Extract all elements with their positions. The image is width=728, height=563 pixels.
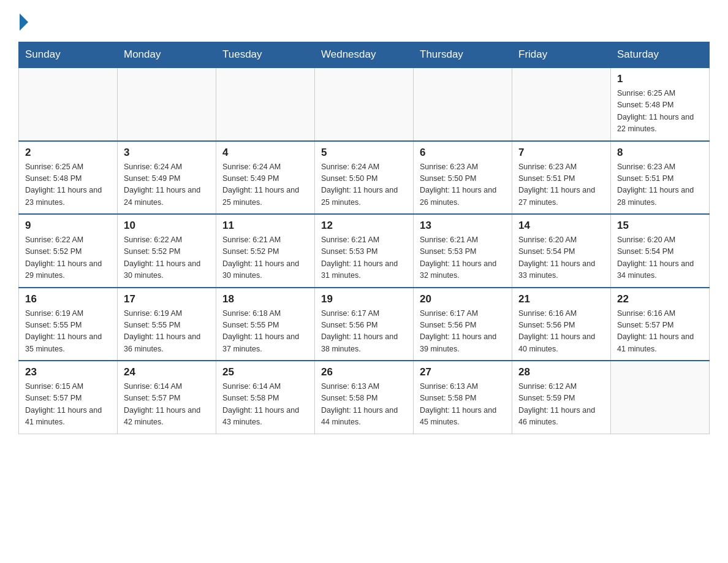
day-number: 18 [222,293,308,305]
calendar-week-row: 16Sunrise: 6:19 AM Sunset: 5:55 PM Dayli… [19,288,710,361]
day-info: Sunrise: 6:12 AM Sunset: 5:59 PM Dayligh… [518,381,604,429]
day-info: Sunrise: 6:19 AM Sunset: 5:55 PM Dayligh… [25,308,111,356]
logo [18,12,28,31]
day-info: Sunrise: 6:25 AM Sunset: 5:48 PM Dayligh… [617,88,703,136]
day-number: 4 [222,147,308,159]
calendar-cell [216,67,315,141]
day-info: Sunrise: 6:23 AM Sunset: 5:51 PM Dayligh… [617,161,703,209]
day-info: Sunrise: 6:17 AM Sunset: 5:56 PM Dayligh… [420,308,506,356]
day-of-week-header: Thursday [414,42,512,68]
calendar-cell [118,67,216,141]
calendar-cell [414,67,512,141]
calendar-cell: 4Sunrise: 6:24 AM Sunset: 5:49 PM Daylig… [216,141,315,215]
calendar-table: SundayMondayTuesdayWednesdayThursdayFrid… [18,42,710,434]
day-number: 16 [25,293,111,305]
calendar-cell: 22Sunrise: 6:16 AM Sunset: 5:57 PM Dayli… [611,288,710,361]
day-info: Sunrise: 6:17 AM Sunset: 5:56 PM Dayligh… [321,308,407,356]
calendar-week-row: 1Sunrise: 6:25 AM Sunset: 5:48 PM Daylig… [19,67,710,141]
day-info: Sunrise: 6:22 AM Sunset: 5:52 PM Dayligh… [124,234,210,282]
day-number: 19 [321,293,407,305]
calendar-cell: 9Sunrise: 6:22 AM Sunset: 5:52 PM Daylig… [19,214,118,288]
calendar-week-row: 2Sunrise: 6:25 AM Sunset: 5:48 PM Daylig… [19,141,710,215]
day-info: Sunrise: 6:19 AM Sunset: 5:55 PM Dayligh… [124,308,210,356]
calendar-cell: 2Sunrise: 6:25 AM Sunset: 5:48 PM Daylig… [19,141,118,215]
day-info: Sunrise: 6:24 AM Sunset: 5:49 PM Dayligh… [222,161,308,209]
calendar-cell: 17Sunrise: 6:19 AM Sunset: 5:55 PM Dayli… [118,288,216,361]
calendar-cell: 11Sunrise: 6:21 AM Sunset: 5:52 PM Dayli… [216,214,315,288]
day-info: Sunrise: 6:18 AM Sunset: 5:55 PM Dayligh… [222,308,308,356]
calendar-cell: 27Sunrise: 6:13 AM Sunset: 5:58 PM Dayli… [414,361,512,434]
day-of-week-header: Saturday [611,42,710,68]
calendar-cell: 28Sunrise: 6:12 AM Sunset: 5:59 PM Dayli… [512,361,611,434]
day-of-week-header: Sunday [19,42,118,68]
day-number: 23 [25,366,111,378]
calendar-cell: 15Sunrise: 6:20 AM Sunset: 5:54 PM Dayli… [611,214,710,288]
calendar-cell: 7Sunrise: 6:23 AM Sunset: 5:51 PM Daylig… [512,141,611,215]
day-number: 2 [25,147,111,159]
day-info: Sunrise: 6:24 AM Sunset: 5:50 PM Dayligh… [321,161,407,209]
day-number: 6 [420,147,506,159]
day-number: 1 [617,73,703,85]
day-info: Sunrise: 6:23 AM Sunset: 5:50 PM Dayligh… [420,161,506,209]
day-info: Sunrise: 6:15 AM Sunset: 5:57 PM Dayligh… [25,381,111,429]
day-of-week-header: Wednesday [315,42,414,68]
day-of-week-header: Monday [118,42,216,68]
page-header [18,12,710,31]
calendar-cell: 23Sunrise: 6:15 AM Sunset: 5:57 PM Dayli… [19,361,118,434]
calendar-cell: 24Sunrise: 6:14 AM Sunset: 5:57 PM Dayli… [118,361,216,434]
calendar-cell: 16Sunrise: 6:19 AM Sunset: 5:55 PM Dayli… [19,288,118,361]
day-of-week-header: Friday [512,42,611,68]
day-info: Sunrise: 6:20 AM Sunset: 5:54 PM Dayligh… [617,234,703,282]
day-number: 5 [321,147,407,159]
day-info: Sunrise: 6:13 AM Sunset: 5:58 PM Dayligh… [321,381,407,429]
calendar-header-row: SundayMondayTuesdayWednesdayThursdayFrid… [19,42,710,68]
calendar-cell: 14Sunrise: 6:20 AM Sunset: 5:54 PM Dayli… [512,214,611,288]
day-number: 27 [420,366,506,378]
day-number: 28 [518,366,604,378]
day-number: 15 [617,220,703,232]
day-info: Sunrise: 6:22 AM Sunset: 5:52 PM Dayligh… [25,234,111,282]
calendar-cell: 21Sunrise: 6:16 AM Sunset: 5:56 PM Dayli… [512,288,611,361]
calendar-cell: 6Sunrise: 6:23 AM Sunset: 5:50 PM Daylig… [414,141,512,215]
day-info: Sunrise: 6:16 AM Sunset: 5:57 PM Dayligh… [617,308,703,356]
day-number: 22 [617,293,703,305]
calendar-cell: 12Sunrise: 6:21 AM Sunset: 5:53 PM Dayli… [315,214,414,288]
calendar-cell: 20Sunrise: 6:17 AM Sunset: 5:56 PM Dayli… [414,288,512,361]
calendar-cell: 26Sunrise: 6:13 AM Sunset: 5:58 PM Dayli… [315,361,414,434]
day-info: Sunrise: 6:16 AM Sunset: 5:56 PM Dayligh… [518,308,604,356]
day-number: 25 [222,366,308,378]
calendar-cell: 18Sunrise: 6:18 AM Sunset: 5:55 PM Dayli… [216,288,315,361]
calendar-cell [315,67,414,141]
day-info: Sunrise: 6:25 AM Sunset: 5:48 PM Dayligh… [25,161,111,209]
calendar-cell: 5Sunrise: 6:24 AM Sunset: 5:50 PM Daylig… [315,141,414,215]
calendar-cell [611,361,710,434]
day-number: 14 [518,220,604,232]
logo-arrow-icon [20,13,28,31]
day-number: 26 [321,366,407,378]
day-number: 3 [124,147,210,159]
day-of-week-header: Tuesday [216,42,315,68]
calendar-cell: 19Sunrise: 6:17 AM Sunset: 5:56 PM Dayli… [315,288,414,361]
calendar-cell: 10Sunrise: 6:22 AM Sunset: 5:52 PM Dayli… [118,214,216,288]
calendar-cell: 25Sunrise: 6:14 AM Sunset: 5:58 PM Dayli… [216,361,315,434]
day-info: Sunrise: 6:21 AM Sunset: 5:53 PM Dayligh… [321,234,407,282]
day-info: Sunrise: 6:20 AM Sunset: 5:54 PM Dayligh… [518,234,604,282]
day-number: 11 [222,220,308,232]
day-info: Sunrise: 6:14 AM Sunset: 5:57 PM Dayligh… [124,381,210,429]
day-number: 8 [617,147,703,159]
calendar-week-row: 23Sunrise: 6:15 AM Sunset: 5:57 PM Dayli… [19,361,710,434]
day-info: Sunrise: 6:23 AM Sunset: 5:51 PM Dayligh… [518,161,604,209]
day-info: Sunrise: 6:21 AM Sunset: 5:52 PM Dayligh… [222,234,308,282]
calendar-cell [19,67,118,141]
day-number: 24 [124,366,210,378]
day-number: 9 [25,220,111,232]
day-number: 12 [321,220,407,232]
calendar-cell: 8Sunrise: 6:23 AM Sunset: 5:51 PM Daylig… [611,141,710,215]
day-number: 20 [420,293,506,305]
day-number: 21 [518,293,604,305]
calendar-week-row: 9Sunrise: 6:22 AM Sunset: 5:52 PM Daylig… [19,214,710,288]
day-number: 13 [420,220,506,232]
calendar-cell: 3Sunrise: 6:24 AM Sunset: 5:49 PM Daylig… [118,141,216,215]
day-number: 17 [124,293,210,305]
calendar-cell [512,67,611,141]
